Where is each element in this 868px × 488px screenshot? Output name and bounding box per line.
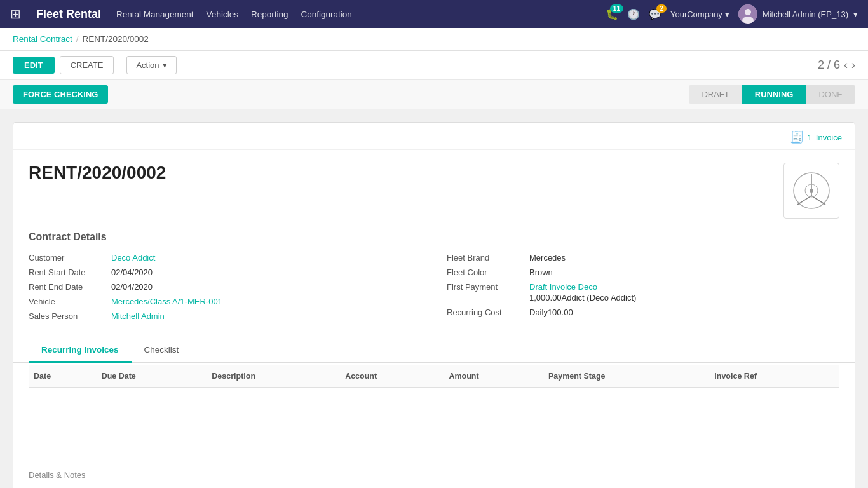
svg-line-5 bbox=[797, 196, 811, 205]
clock-icon: 🕐 bbox=[627, 9, 640, 20]
vehicle-logo bbox=[783, 163, 839, 219]
details-right: Fleet Brand Mercedes Fleet Color Brown F… bbox=[447, 253, 839, 321]
svg-point-1 bbox=[745, 9, 751, 15]
topnav-right: 🐛 11 🕐 💬 2 YourCompany ▾ Mitchell Admin … bbox=[606, 4, 858, 24]
breadcrumb: Rental Contract / RENT/2020/0002 bbox=[0, 28, 868, 51]
edit-button[interactable]: EDIT bbox=[13, 57, 55, 74]
first-payment-block: Draft Invoice Deco 1,000.00Addict (Deco … bbox=[529, 282, 636, 302]
status-step-running[interactable]: RUNNING bbox=[742, 85, 806, 104]
action-chevron-icon: ▾ bbox=[163, 60, 167, 70]
table-container: Date Due Date Description Account Amount… bbox=[13, 365, 855, 451]
nav-configuration[interactable]: Configuration bbox=[301, 10, 351, 19]
first-payment-line1[interactable]: Draft Invoice Deco bbox=[529, 282, 636, 292]
status-steps: DRAFT RUNNING DONE bbox=[689, 85, 855, 104]
customer-value[interactable]: Deco Addict bbox=[111, 253, 155, 262]
col-date: Date bbox=[29, 365, 97, 388]
create-button[interactable]: CREATE bbox=[60, 56, 114, 74]
col-invoice-ref: Invoice Ref bbox=[709, 365, 839, 388]
svg-line-6 bbox=[811, 196, 825, 205]
first-payment-row: First Payment Draft Invoice Deco 1,000.0… bbox=[447, 282, 839, 302]
user-name: Mitchell Admin (EP_13) bbox=[763, 10, 848, 19]
details-notes-section: Details & Notes bbox=[13, 459, 855, 480]
sales-person-value[interactable]: Mitchell Admin bbox=[111, 311, 165, 321]
fleet-brand-label: Fleet Brand bbox=[447, 253, 529, 262]
first-payment-line2: 1,000.00Addict (Deco Addict) bbox=[529, 293, 636, 302]
avatar bbox=[738, 4, 757, 24]
nav-links: Rental Management Vehicles Reporting Con… bbox=[116, 10, 590, 19]
table-header: Date Due Date Description Account Amount… bbox=[29, 365, 839, 388]
action-label: Action bbox=[136, 60, 159, 70]
contract-details-heading: Contract Details bbox=[29, 231, 839, 243]
table-header-row: Date Due Date Description Account Amount… bbox=[29, 365, 839, 388]
nav-vehicles[interactable]: Vehicles bbox=[207, 10, 238, 19]
company-selector[interactable]: YourCompany ▾ bbox=[670, 10, 729, 19]
col-payment-stage: Payment Stage bbox=[543, 365, 709, 388]
rent-end-label: Rent End Date bbox=[29, 282, 111, 292]
rent-end-row: Rent End Date 02/04/2020 bbox=[29, 282, 421, 292]
recurring-cost-row: Recurring Cost Daily100.00 bbox=[447, 308, 839, 317]
status-step-draft[interactable]: DRAFT bbox=[689, 85, 742, 104]
table-body bbox=[29, 388, 839, 451]
fleet-color-value: Brown bbox=[529, 268, 553, 277]
invoice-icon: 🧾 bbox=[790, 130, 804, 144]
details-left: Customer Deco Addict Rent Start Date 02/… bbox=[29, 253, 421, 321]
user-menu[interactable]: Mitchell Admin (EP_13) ▾ bbox=[738, 4, 858, 24]
customer-label: Customer bbox=[29, 253, 111, 262]
chat-icon-btn[interactable]: 💬 2 bbox=[649, 8, 661, 20]
nav-prev-icon[interactable]: ‹ bbox=[844, 58, 848, 72]
contract-title-block: RENT/2020/0002 bbox=[29, 163, 166, 183]
action-dropdown-button[interactable]: Action ▾ bbox=[126, 56, 176, 74]
mercedes-star-svg bbox=[792, 172, 831, 210]
breadcrumb-current: RENT/2020/0002 bbox=[83, 34, 149, 44]
breadcrumb-parent[interactable]: Rental Contract bbox=[13, 34, 72, 44]
tab-checklist[interactable]: Checklist bbox=[132, 339, 192, 363]
col-amount: Amount bbox=[444, 365, 543, 388]
col-description: Description bbox=[207, 365, 340, 388]
bug-icon-btn[interactable]: 🐛 11 bbox=[606, 8, 618, 20]
company-name: YourCompany bbox=[670, 10, 722, 19]
chat-badge: 2 bbox=[656, 4, 667, 13]
fleet-brand-row: Fleet Brand Mercedes bbox=[447, 253, 839, 262]
customer-row: Customer Deco Addict bbox=[29, 253, 421, 262]
rent-start-row: Rent Start Date 02/04/2020 bbox=[29, 268, 421, 277]
invoices-table: Date Due Date Description Account Amount… bbox=[29, 365, 839, 451]
force-checking-button[interactable]: FORCE CHECKING bbox=[13, 85, 108, 104]
clock-icon-btn[interactable]: 🕐 bbox=[627, 8, 640, 20]
recurring-cost-value: Daily100.00 bbox=[529, 308, 573, 317]
contract-card: 🧾 1 Invoice RENT/2020/0002 bbox=[13, 122, 855, 488]
bug-badge: 11 bbox=[610, 4, 623, 13]
invoice-badge[interactable]: 🧾 1 Invoice bbox=[790, 130, 842, 144]
nav-next-icon[interactable]: › bbox=[851, 58, 855, 72]
nav-rental-management[interactable]: Rental Management bbox=[116, 10, 194, 19]
vehicle-value[interactable]: Mercedes/Class A/1-MER-001 bbox=[111, 297, 222, 306]
brand-name: Fleet Rental bbox=[36, 8, 101, 21]
card-header: RENT/2020/0002 bbox=[13, 150, 855, 231]
tab-recurring-invoices[interactable]: Recurring Invoices bbox=[29, 339, 132, 363]
vehicle-row: Vehicle Mercedes/Class A/1-MER-001 bbox=[29, 297, 421, 306]
card-top-bar: 🧾 1 Invoice bbox=[13, 123, 855, 150]
breadcrumb-separator: / bbox=[76, 34, 79, 44]
top-navigation: ⊞ Fleet Rental Rental Management Vehicle… bbox=[0, 0, 868, 28]
col-account: Account bbox=[340, 365, 444, 388]
fleet-brand-value: Mercedes bbox=[529, 253, 566, 262]
status-bar: FORCE CHECKING DRAFT RUNNING DONE bbox=[0, 80, 868, 109]
rent-start-value: 02/04/2020 bbox=[111, 268, 153, 277]
app-brand: Fleet Rental bbox=[36, 8, 101, 21]
grid-menu-icon[interactable]: ⊞ bbox=[10, 6, 21, 22]
rent-start-label: Rent Start Date bbox=[29, 268, 111, 277]
tabs-bar: Recurring Invoices Checklist bbox=[13, 339, 855, 363]
details-notes-label: Details & Notes bbox=[29, 470, 86, 480]
first-payment-label: First Payment bbox=[447, 282, 529, 292]
details-grid: Customer Deco Addict Rent Start Date 02/… bbox=[29, 253, 839, 321]
rent-end-value: 02/04/2020 bbox=[111, 282, 153, 292]
invoice-count: 1 bbox=[808, 133, 812, 142]
nav-reporting[interactable]: Reporting bbox=[251, 10, 288, 19]
status-step-done[interactable]: DONE bbox=[806, 85, 855, 104]
contract-details: Contract Details Customer Deco Addict Re… bbox=[13, 231, 855, 334]
recurring-cost-label: Recurring Cost bbox=[447, 308, 529, 317]
avatar-svg bbox=[738, 4, 757, 24]
sales-person-label: Sales Person bbox=[29, 311, 111, 321]
nav-position: 2 / 6 bbox=[818, 58, 840, 72]
contract-title: RENT/2020/0002 bbox=[29, 163, 166, 183]
svg-point-8 bbox=[810, 189, 813, 193]
